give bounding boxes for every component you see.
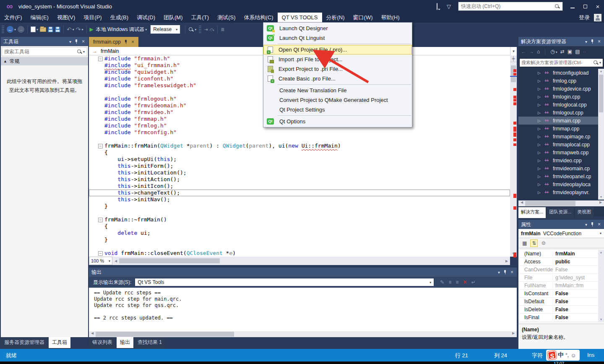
- panel-tab[interactable]: 工具箱: [49, 337, 70, 348]
- code-line[interactable]: #include "frmconfig.h": [89, 129, 510, 136]
- scroll-down-icon[interactable]: ▼: [598, 195, 604, 200]
- expander-icon[interactable]: ▷: [538, 111, 544, 115]
- solution-config-dropdown[interactable]: Release ▾: [150, 25, 180, 34]
- output-menu-icon[interactable]: ▾: [498, 270, 500, 275]
- menubar-item[interactable]: 测试(S): [213, 13, 240, 23]
- code-line[interactable]: }: [89, 237, 510, 243]
- expander-icon[interactable]: ▷: [538, 174, 544, 179]
- menubar-item[interactable]: 团队(M): [159, 13, 187, 23]
- sogou-icon[interactable]: S: [547, 351, 557, 360]
- property-row[interactable]: (Name)frmMain: [518, 250, 598, 258]
- code-line[interactable]: this->initNav();: [89, 196, 510, 203]
- expander-icon[interactable]: ▷: [538, 119, 544, 123]
- tree-file-row[interactable]: ▷++frmlog.cpp: [518, 77, 598, 85]
- tree-file-row[interactable]: ▷++frmlogin.cpp: [518, 93, 598, 101]
- toolbox-close-icon[interactable]: ×: [82, 39, 85, 44]
- minimize-button[interactable]: [566, 0, 579, 13]
- scroll-right-icon[interactable]: ▶: [503, 259, 510, 263]
- scroll-left-icon[interactable]: ◀: [518, 200, 525, 206]
- scroll-left-icon[interactable]: ◀: [89, 331, 96, 337]
- tree-file-row[interactable]: ▷++frmmap.cpp: [518, 125, 598, 133]
- panel-tab[interactable]: 团队资源...: [547, 207, 574, 218]
- expander-icon[interactable]: ▷: [538, 79, 544, 83]
- output-close-icon[interactable]: ×: [510, 269, 513, 275]
- code-line[interactable]: ui->setupUi(this);: [89, 156, 510, 163]
- navigate-forward-button[interactable]: →: [18, 26, 24, 33]
- alphabetical-sort-icon[interactable]: ⇅: [531, 240, 537, 247]
- fold-marker-icon[interactable]: –: [98, 144, 103, 148]
- code-line[interactable]: –frmMain::frmMain(QWidget *parent) : QWi…: [89, 143, 510, 149]
- step-into-button[interactable]: ⇥: [204, 27, 208, 32]
- ime-punctuation-toggle[interactable]: °,: [565, 352, 569, 358]
- tree-file-row[interactable]: ▷++frmlogdevice.cpp: [518, 85, 598, 93]
- tree-file-row[interactable]: ▷++frmvideoplayloca: [518, 180, 598, 188]
- menubar-item[interactable]: 文件(F): [0, 13, 26, 23]
- breadcrumb[interactable]: frmMain: [101, 48, 119, 54]
- tree-file-row[interactable]: ▷++frmlogout.cpp: [518, 109, 598, 117]
- property-row[interactable]: IsDeleteFalse: [518, 306, 598, 314]
- menubar-item[interactable]: 视图(V): [53, 13, 79, 23]
- scroll-right-icon[interactable]: ▶: [597, 200, 604, 206]
- property-row[interactable]: IsConstantFalse: [518, 290, 598, 298]
- solution-search-input[interactable]: 搜索解决方案资源管理器(Ctrl- ▾: [519, 58, 603, 67]
- solution-close-icon[interactable]: ×: [598, 39, 601, 44]
- scroll-left-icon[interactable]: ◀: [112, 259, 119, 263]
- user-avatar[interactable]: [594, 14, 601, 21]
- qt-menu-item[interactable]: QtLaunch Qt Designer: [263, 23, 412, 33]
- code-line[interactable]: –frmMain::~frmMain(): [89, 216, 510, 223]
- editor-horizontal-scrollbar[interactable]: [119, 258, 503, 264]
- properties-object-dropdown[interactable]: frmMain VCCodeFunction ▾: [518, 229, 604, 238]
- qt-menu-item[interactable]: Export Project to .pri File...: [263, 64, 412, 74]
- output-source-dropdown[interactable]: Qt VS Tools ▾: [135, 278, 434, 286]
- qt-menu-item[interactable]: Create Basic .pro File...: [263, 74, 412, 83]
- expander-icon[interactable]: ▷: [538, 182, 544, 187]
- forward-icon[interactable]: →: [529, 49, 534, 55]
- menubar-item[interactable]: 体系结构(C): [240, 13, 277, 23]
- properties-close-icon[interactable]: ×: [598, 221, 601, 227]
- output-horizontal-scrollbar[interactable]: ◀ ▶: [89, 331, 517, 337]
- expander-icon[interactable]: ▷: [538, 103, 544, 107]
- panel-tab[interactable]: 类视图: [575, 207, 594, 218]
- ime-language-toggle[interactable]: 中: [558, 351, 564, 359]
- save-button[interactable]: [48, 27, 53, 32]
- navbar-dropdown[interactable]: ▾: [510, 47, 517, 55]
- categorized-view-icon[interactable]: ▦: [521, 240, 528, 247]
- scroll-up-icon[interactable]: ▲: [598, 250, 604, 255]
- overflow-icon[interactable]: ··: [583, 49, 586, 55]
- editor-splitter-handle[interactable]: ╪: [510, 55, 517, 62]
- code-line[interactable]: {: [89, 149, 510, 156]
- property-row[interactable]: CanOverrideFalse: [518, 266, 598, 274]
- back-icon[interactable]: ←: [521, 49, 526, 55]
- menubar-item[interactable]: 窗口(W): [349, 13, 377, 23]
- expander-icon[interactable]: ▷: [538, 190, 544, 195]
- code-line[interactable]: this->initForm();: [89, 163, 510, 169]
- find-message-icon[interactable]: ✎: [440, 279, 444, 285]
- code-line[interactable]: this->changeText();: [89, 190, 510, 196]
- fold-marker-icon[interactable]: –: [98, 251, 103, 256]
- step-over-button[interactable]: ⤼: [209, 27, 214, 32]
- property-row[interactable]: IsFinalFalse: [518, 314, 598, 322]
- property-row[interactable]: Accesspublic: [518, 258, 598, 266]
- fold-marker-icon[interactable]: –: [98, 57, 103, 61]
- home-icon[interactable]: ⌂: [537, 49, 540, 55]
- code-line[interactable]: –void frmMain::closeEvent(QCloseEvent *e…: [89, 250, 510, 257]
- expander-icon[interactable]: ▷: [538, 127, 544, 131]
- new-file-button[interactable]: ▾: [31, 26, 38, 32]
- panel-tab[interactable]: 错误列表: [89, 337, 116, 348]
- panel-tab[interactable]: 服务器资源管理器: [1, 337, 48, 348]
- next-message-icon[interactable]: ≡: [456, 279, 458, 285]
- code-line[interactable]: delete ui;: [89, 230, 510, 237]
- tree-file-row[interactable]: ▷++frmloglocal.cpp: [518, 101, 598, 109]
- code-line[interactable]: [89, 136, 510, 143]
- toolbar-grip[interactable]: [2, 26, 4, 33]
- editor-tab-frmmain[interactable]: frmmain.cpp ×: [89, 37, 138, 47]
- code-line[interactable]: this->initLocation();: [89, 169, 510, 176]
- pin-icon[interactable]: [75, 39, 78, 44]
- scroll-down-icon[interactable]: ▼: [510, 251, 517, 257]
- list-members-button[interactable]: ≣: [221, 27, 224, 32]
- tree-file-row[interactable]: ▷++frmvideoplaynvr.: [518, 188, 598, 196]
- tree-file-row[interactable]: ▷++frmmaplocal.cpp: [518, 140, 598, 148]
- feedback-icon[interactable]: [432, 3, 442, 10]
- expander-icon[interactable]: ▷: [538, 95, 544, 99]
- pin-icon[interactable]: [591, 39, 594, 44]
